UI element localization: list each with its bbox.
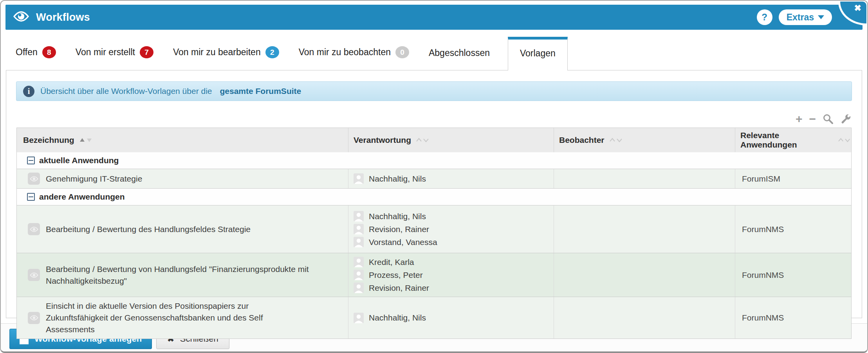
tab-von-mir-zu-beobachten[interactable]: Von mir zu beobachten 0	[299, 46, 409, 70]
extras-menu-button[interactable]: Extras	[779, 9, 832, 25]
table-row[interactable]: Einsicht in die aktuelle Version des Pos…	[17, 297, 851, 339]
person-entry: Nachhaltig, Nils	[354, 173, 426, 184]
sort-icon	[416, 137, 430, 143]
workflow-templates-table: Bezeichnung Verantwortung Beobachter	[16, 128, 852, 339]
person-icon	[354, 270, 364, 280]
eye-icon	[13, 10, 30, 24]
chevron-down-icon	[818, 15, 824, 19]
person-entry: Kredit, Karla	[354, 256, 414, 268]
group-row-andere-anwendungen[interactable]: andere Anwendungen	[17, 188, 851, 205]
person-icon	[354, 173, 364, 184]
person-icon	[354, 313, 364, 323]
tab-von-mir-zu-bearbeiten[interactable]: Von mir zu bearbeiten 2	[173, 46, 279, 70]
tab-badge: 2	[265, 46, 279, 58]
table-row[interactable]: Genehmigung IT-Strategie Nachhaltig, Nil…	[17, 169, 851, 188]
cell-verantwortung: Nachhaltig, Nils	[348, 297, 554, 339]
window-titlebar: Workflows ? Extras	[5, 5, 863, 30]
tab-von-mir-erstellt[interactable]: Von mir erstellt 7	[76, 46, 153, 70]
cell-relevante-anwendung: ForumNMS	[735, 253, 851, 297]
cell-beobachter	[554, 205, 735, 253]
person-icon	[354, 211, 364, 222]
sort-icon	[838, 137, 851, 143]
extras-label: Extras	[787, 12, 814, 23]
table-row[interactable]: Bearbeitung / Bewertung von Handlungsfel…	[17, 253, 851, 297]
workflow-name: Genehmigung IT-Strategie	[46, 173, 142, 185]
sort-asc-icon	[79, 137, 93, 143]
window-frame: Workflows ? Extras ✖ Offen 8 Von mir ers…	[0, 0, 868, 353]
tab-label: Abgeschlossen	[429, 48, 490, 58]
sort-icon	[609, 137, 623, 143]
cell-bezeichnung: Bearbeitung / Bewertung von Handlungsfel…	[17, 253, 348, 297]
workflow-name: Bearbeitung / Bewertung des Handlungsfel…	[46, 223, 251, 235]
cell-bezeichnung: Bearbeitung / Bewertung des Handlungsfel…	[17, 205, 348, 253]
column-header-relevante-anwendungen[interactable]: Relevante Anwendungen	[735, 128, 851, 152]
collapse-all-minus-icon[interactable]: −	[809, 113, 816, 125]
tab-badge: 0	[395, 46, 409, 58]
cell-relevante-anwendung: ForumNMS	[735, 205, 851, 253]
person-entry: Nachhaltig, Nils	[354, 312, 426, 324]
cell-verantwortung: Nachhaltig, Nils	[348, 169, 554, 188]
workflow-name: Bearbeitung / Bewertung von Handlungsfel…	[46, 263, 311, 287]
search-icon[interactable]	[823, 113, 834, 124]
view-workflow-eye-icon[interactable]	[28, 312, 40, 324]
cell-bezeichnung: Genehmigung IT-Strategie	[17, 169, 348, 188]
tab-content-panel: i Übersicht über alle Workflow-Vorlagen …	[6, 70, 862, 318]
group-row-aktuelle-anwendung[interactable]: aktuelle Anwendung	[17, 152, 851, 169]
person-icon	[354, 237, 364, 247]
wrench-settings-icon[interactable]	[840, 113, 851, 124]
titlebar-left: Workflows	[13, 10, 90, 24]
help-button[interactable]: ?	[757, 9, 772, 25]
collapse-minus-icon[interactable]	[27, 193, 35, 201]
page-title: Workflows	[36, 11, 90, 23]
person-entry: Nachhaltig, Nils	[354, 211, 426, 222]
tab-abgeschlossen[interactable]: Abgeschlossen	[429, 48, 490, 70]
group-label: andere Anwendungen	[39, 192, 125, 202]
column-label: Bezeichnung	[23, 135, 74, 145]
view-workflow-eye-icon[interactable]	[28, 269, 40, 281]
column-label: Verantwortung	[354, 135, 411, 145]
person-icon	[354, 257, 364, 267]
tab-badge: 7	[140, 46, 153, 58]
table-header-row: Bezeichnung Verantwortung Beobachter	[17, 128, 851, 152]
cell-verantwortung: Nachhaltig, Nils Revision, Rainer	[348, 205, 554, 253]
tab-strip: Offen 8 Von mir erstellt 7 Von mir zu be…	[1, 30, 867, 70]
tab-vorlagen-active[interactable]: Vorlagen	[508, 37, 568, 70]
info-banner-text: Übersicht über alle Workflow-Vorlagen üb…	[40, 86, 212, 96]
cell-beobachter	[554, 297, 735, 339]
table-toolbar: + −	[6, 113, 851, 125]
tab-label: Von mir zu bearbeiten	[173, 47, 261, 58]
expand-all-plus-icon[interactable]: +	[796, 113, 803, 125]
tab-offen[interactable]: Offen 8	[16, 46, 56, 70]
cell-beobachter	[554, 169, 735, 188]
cell-beobachter	[554, 253, 735, 297]
info-icon: i	[23, 86, 34, 97]
column-header-verantwortung[interactable]: Verantwortung	[348, 128, 554, 152]
view-workflow-eye-icon[interactable]	[28, 173, 40, 185]
column-header-beobachter[interactable]: Beobachter	[554, 128, 735, 152]
info-banner: i Übersicht über alle Workflow-Vorlagen …	[16, 81, 852, 101]
cell-relevante-anwendung: ForumNMS	[735, 297, 851, 339]
table-row[interactable]: Bearbeitung / Bewertung des Handlungsfel…	[17, 205, 851, 253]
column-label: Beobachter	[559, 135, 605, 145]
person-name: Vorstand, Vanessa	[369, 238, 437, 247]
tab-label: Vorlagen	[520, 48, 556, 59]
person-name: Nachhaltig, Nils	[369, 174, 426, 184]
person-entry: Prozess, Peter	[354, 269, 423, 281]
info-banner-text-bold: gesamte ForumSuite	[220, 86, 301, 96]
tab-label: Offen	[16, 47, 38, 58]
person-name: Revision, Rainer	[369, 225, 429, 234]
cell-relevante-anwendung: ForumISM	[735, 169, 851, 188]
cell-bezeichnung: Einsicht in die aktuelle Version des Pos…	[17, 297, 348, 339]
group-label: aktuelle Anwendung	[39, 156, 119, 165]
view-workflow-eye-icon[interactable]	[28, 223, 40, 235]
person-entry: Vorstand, Vanessa	[354, 236, 437, 248]
person-name: Kredit, Karla	[369, 258, 414, 267]
person-entry: Revision, Rainer	[354, 282, 429, 294]
close-icon: ✖	[854, 4, 861, 13]
column-header-bezeichnung[interactable]: Bezeichnung	[17, 128, 348, 152]
tab-label: Von mir zu beobachten	[299, 47, 391, 58]
cell-verantwortung: Kredit, Karla Prozess, Peter	[348, 253, 554, 297]
person-name: Nachhaltig, Nils	[369, 313, 426, 322]
person-icon	[354, 283, 364, 293]
collapse-minus-icon[interactable]	[27, 157, 35, 164]
